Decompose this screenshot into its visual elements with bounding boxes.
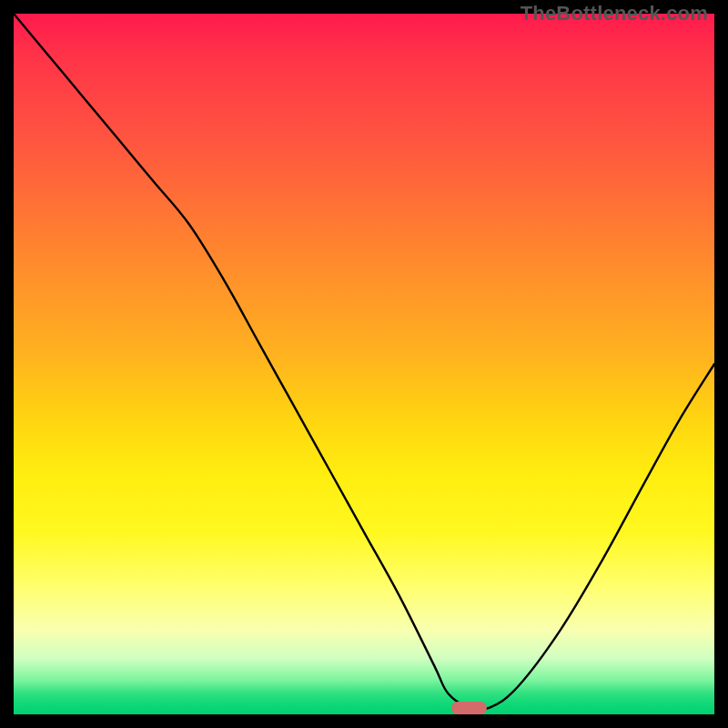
plot-area [14,14,714,714]
bottleneck-curve [14,14,714,714]
chart-frame: TheBottleneck.com [0,0,728,728]
curve-path [14,14,714,710]
optimal-marker [451,702,487,714]
